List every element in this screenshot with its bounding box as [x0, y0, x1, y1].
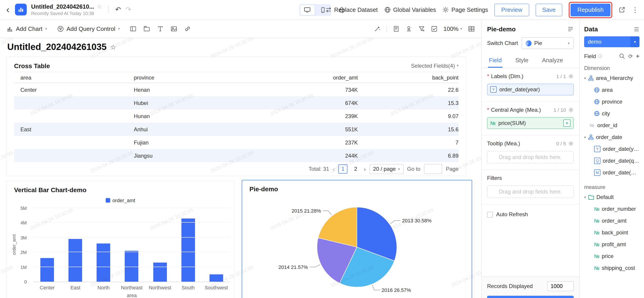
- page-number-1[interactable]: 1: [338, 165, 348, 174]
- update-button[interactable]: Update: [487, 296, 574, 298]
- gear-icon[interactable]: [568, 74, 574, 79]
- tab-analyze[interactable]: Analyze: [541, 54, 564, 68]
- info-icon[interactable]: ⓘ: [598, 53, 602, 59]
- search-icon[interactable]: [619, 53, 625, 59]
- bar-Northeast[interactable]: [125, 251, 138, 282]
- collapse-caret-icon[interactable]: ▾: [584, 135, 586, 139]
- field-pill-order-date-year[interactable]: Y order_date(year): [487, 84, 574, 95]
- redo-icon[interactable]: ↷: [126, 6, 131, 14]
- more-menu-icon[interactable]: ⋮: [632, 6, 638, 14]
- undo-icon[interactable]: ↶: [115, 6, 121, 14]
- page-title-star-icon[interactable]: ☆: [110, 43, 116, 51]
- grid-table-icon[interactable]: [468, 26, 475, 32]
- bar-Northwest[interactable]: [153, 263, 167, 282]
- dimension-field-item[interactable]: Morder_date(month): [584, 167, 640, 179]
- magic-wand-icon[interactable]: [374, 26, 380, 32]
- filters-dropzone[interactable]: Drag and drop fields here.: [487, 185, 574, 198]
- save-button[interactable]: Save: [536, 4, 562, 16]
- table-row[interactable]: EastAnhui551K15.6: [14, 123, 458, 136]
- bar-chart-legend[interactable]: order_amt: [7, 198, 234, 203]
- bar-Southwest[interactable]: [210, 274, 223, 282]
- measure-field-item[interactable]: №shipping_cost: [584, 262, 640, 274]
- dimension-field-item[interactable]: ▾area_Hierarchy: [584, 72, 640, 84]
- global-variables-button[interactable]: Global Variables: [384, 6, 436, 13]
- swap-icon: [325, 6, 332, 13]
- share-icon[interactable]: [618, 6, 626, 13]
- checkbox-tool-icon[interactable]: [430, 26, 438, 32]
- dimension-field-item[interactable]: province: [584, 96, 640, 108]
- gear-icon[interactable]: [568, 107, 574, 113]
- selected-fields-dropdown[interactable]: Selected Fields(4) ▾: [411, 62, 458, 69]
- text-icon[interactable]: [157, 26, 164, 32]
- preview-button[interactable]: Preview: [494, 4, 529, 16]
- dimension-field-item[interactable]: Qorder_date(quarter): [584, 155, 640, 167]
- watermark-stamp-icon[interactable]: [405, 26, 412, 32]
- refresh-icon[interactable]: ⟳: [628, 53, 633, 59]
- dataset-select[interactable]: demo ▾: [584, 36, 640, 47]
- pie-label: 2013 30.58%: [402, 218, 432, 223]
- cross-table-widget[interactable]: Cross Table Selected Fields(4) ▾ areapro…: [6, 56, 466, 176]
- measure-field-item[interactable]: №price: [584, 250, 640, 262]
- add-field-icon[interactable]: +: [636, 53, 640, 60]
- auto-refresh-checkbox[interactable]: [487, 211, 493, 217]
- bar-South[interactable]: [182, 218, 195, 282]
- page-size-select[interactable]: 20 / page ▾: [370, 164, 404, 174]
- container-icon[interactable]: [130, 26, 137, 32]
- tab-style[interactable]: Style: [514, 54, 529, 68]
- config-menu-icon[interactable]: [567, 26, 574, 32]
- next-page-icon[interactable]: ›: [364, 166, 366, 172]
- table-row[interactable]: Jiangsu244K6.89: [14, 149, 458, 163]
- link-icon[interactable]: [184, 26, 191, 32]
- tab-field[interactable]: Field: [488, 54, 502, 68]
- document-icon[interactable]: [392, 26, 399, 32]
- field-name: back_point: [602, 229, 628, 236]
- chart-type-value: Pie: [534, 40, 542, 46]
- prev-page-icon[interactable]: ‹: [333, 166, 335, 172]
- table-row[interactable]: CenterHenan734K22.6: [14, 83, 458, 96]
- table-row[interactable]: Fujian237K7: [14, 136, 458, 149]
- tab-container-icon[interactable]: [144, 26, 150, 32]
- page-settings-button[interactable]: Page Settings: [442, 6, 488, 13]
- bar-chart-widget[interactable]: Vertical Bar Chart-demo order_amt order_…: [6, 181, 234, 298]
- desktop-view-icon[interactable]: [300, 5, 314, 15]
- dimension-field-item[interactable]: city: [584, 108, 640, 119]
- measure-field-item[interactable]: ▾Default: [584, 191, 640, 203]
- data-panel-menu-icon[interactable]: [634, 26, 640, 32]
- collapse-caret-icon[interactable]: ▾: [584, 195, 586, 199]
- republish-button[interactable]: Republish: [570, 4, 610, 16]
- add-query-control-button[interactable]: Add Query Control ▾: [57, 26, 120, 32]
- dimension-field-item[interactable]: Yorder_date(year): [584, 143, 640, 155]
- bar-Center[interactable]: [40, 258, 54, 282]
- table-row[interactable]: Hunan239K9.07: [14, 110, 458, 123]
- bar-North[interactable]: [97, 243, 110, 282]
- dimension-field-item[interactable]: Str.order_id: [584, 119, 640, 131]
- aggregation-menu-icon[interactable]: ≡: [563, 119, 570, 127]
- replace-dataset-button[interactable]: Replace Dataset: [325, 6, 378, 13]
- clear-filter-icon[interactable]: [418, 26, 425, 32]
- table-row[interactable]: Hubei674K15.3: [14, 96, 458, 110]
- records-displayed-input[interactable]: [548, 281, 574, 291]
- measure-field-item[interactable]: №order_number: [584, 203, 640, 215]
- collapse-caret-icon[interactable]: ▾: [584, 76, 586, 80]
- tooltip-dropzone[interactable]: Drag and drop fields here.: [487, 151, 574, 164]
- dimension-field-item[interactable]: area: [584, 84, 640, 96]
- gear-icon[interactable]: [568, 141, 574, 146]
- pie-chart-widget[interactable]: Pie-demo 2013 30.58%2016 26.57%2014 21.5…: [242, 180, 472, 298]
- dimension-field-item[interactable]: ▾order_date: [584, 131, 640, 143]
- bar-East[interactable]: [68, 239, 82, 282]
- image-icon[interactable]: [171, 26, 178, 32]
- dashboard-canvas[interactable]: Untitled_202404261035 ☆ Cross Table Sele…: [0, 38, 481, 298]
- chart-type-select[interactable]: Pie ▾: [522, 37, 574, 49]
- measure-field-item[interactable]: №order_amt: [584, 215, 640, 227]
- page-number-2[interactable]: 2: [351, 165, 360, 174]
- favorite-star-icon[interactable]: ☆: [97, 4, 102, 10]
- field-pill-price-sum[interactable]: № price(SUM) ≡: [487, 117, 574, 129]
- measure-field-item[interactable]: №profit_amt: [584, 238, 640, 250]
- goto-page-input[interactable]: [424, 164, 442, 174]
- back-icon[interactable]: ‹: [6, 5, 10, 14]
- add-chart-button[interactable]: Add Chart ▾: [6, 26, 47, 32]
- zoom-select[interactable]: 100% ▾: [443, 26, 462, 32]
- pie-label: 2015 21.28%: [292, 208, 321, 214]
- chevron-down-icon: ▾: [630, 36, 640, 47]
- measure-field-item[interactable]: №back_point: [584, 227, 640, 238]
